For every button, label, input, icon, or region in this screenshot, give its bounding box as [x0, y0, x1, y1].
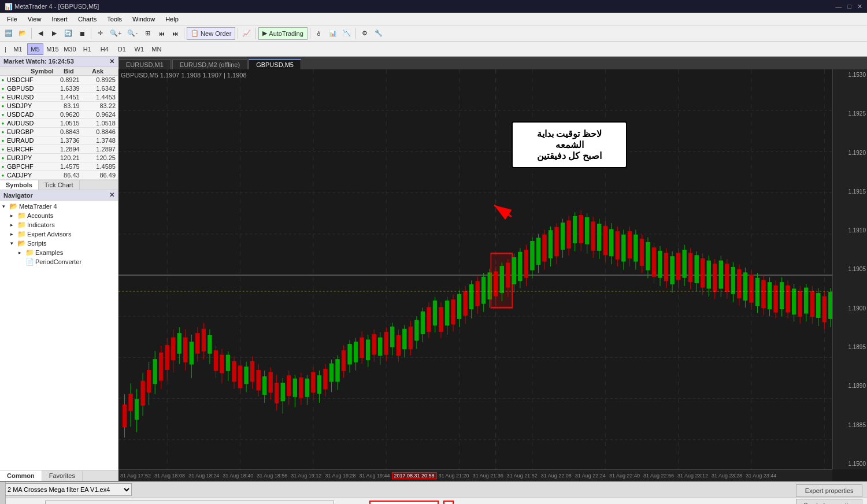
market-watch-row[interactable]: ● EURCHF 1.2894 1.2897 [0, 145, 118, 154]
symbol-dropdown[interactable]: GBPUSD, Great Britain Pound vs US Dollar [45, 501, 334, 504]
time-5: 31 Aug 18:56 [255, 473, 289, 479]
minimize-button[interactable]: — [835, 3, 842, 10]
svg-rect-246 [798, 291, 802, 316]
period-down-button[interactable]: ▼ [443, 501, 454, 504]
svg-rect-206 [676, 254, 680, 280]
menu-charts[interactable]: Charts [73, 14, 101, 24]
settings-btn2[interactable]: 🔧 [372, 27, 385, 40]
menu-file[interactable]: File [2, 14, 22, 24]
time-10: 31 Aug 21:20 [437, 473, 471, 479]
tf-m15[interactable]: M15 [45, 43, 61, 55]
chart-left-btn[interactable]: ⏮ [155, 27, 168, 40]
tf-w1[interactable]: W1 [131, 43, 147, 55]
indicator-btn[interactable]: 📈 [240, 27, 253, 40]
market-watch-row[interactable]: ● USDCAD 0.9620 0.9624 [0, 110, 118, 119]
strategy-tester-header: 2 MA Crosses Mega filter EA V1.ex4 Exper… [0, 482, 867, 498]
market-watch-table: Symbol Bid Ask ● USDCHF 0.8921 0.8925 ● … [0, 67, 118, 180]
svg-rect-166 [555, 228, 558, 256]
zoomin-btn[interactable]: 🔍+ [108, 27, 124, 40]
svg-rect-156 [524, 250, 528, 277]
svg-rect-180 [598, 224, 601, 250]
market-watch-row[interactable]: ● EURJPY 120.21 120.25 [0, 154, 118, 162]
market-watch-row[interactable]: ● GBPCHF 1.4575 1.4585 [0, 162, 118, 171]
svg-rect-172 [573, 217, 576, 243]
svg-rect-123 [427, 307, 431, 331]
expert-advisor-dropdown[interactable]: 2 MA Crosses Mega filter EA V1.ex4 [5, 483, 132, 496]
tree-item-accounts[interactable]: ▸ 📁 Accounts [0, 211, 118, 220]
chart-tab-eurusd-m1[interactable]: EURUSD,M1 [118, 60, 171, 69]
candlestick-btn[interactable]: 🕯 [313, 27, 325, 40]
tf-m5[interactable]: M5 [27, 43, 43, 55]
price-label-6: 1.1905 [834, 266, 866, 272]
expert-btn[interactable]: ⚙ [358, 27, 371, 40]
market-watch-close[interactable]: ✕ [109, 58, 114, 65]
mw-tab-tick[interactable]: Tick Chart [39, 180, 80, 190]
crosshair-btn[interactable]: ✛ [94, 27, 106, 40]
expert-properties-button[interactable]: Expert properties [796, 484, 862, 497]
svg-rect-250 [810, 291, 814, 316]
forward-btn[interactable]: ▶ [48, 27, 61, 40]
market-watch-row[interactable]: ● EURGBP 0.8843 0.8846 [0, 128, 118, 136]
tree-item-periodconverter[interactable]: 📄 PeriodConverter [0, 257, 118, 266]
market-watch-row[interactable]: ● CADJPY 86.43 86.49 [0, 171, 118, 180]
svg-rect-192 [634, 235, 638, 261]
back-btn[interactable]: ◀ [34, 27, 47, 40]
tree-item-examples[interactable]: ▸ 📁 Examples [0, 248, 118, 257]
period-dropdown[interactable]: M5 M1 M15 M30 H1 H4 D1 [369, 501, 439, 504]
tf-m1[interactable]: M1 [10, 43, 26, 55]
tf-m30[interactable]: M30 [62, 43, 78, 55]
chart-tab-eurusd-m2[interactable]: EURUSD,M2 (offline) [172, 60, 247, 69]
tf-mn[interactable]: MN [149, 43, 165, 55]
mw-tab-symbols[interactable]: Symbols [0, 180, 39, 190]
market-watch-row[interactable]: ● EURUSD 1.4451 1.4453 [0, 93, 118, 102]
svg-rect-182 [603, 227, 607, 255]
menu-view[interactable]: View [23, 14, 46, 24]
tree-label: PeriodConverter [35, 258, 81, 265]
refresh-btn[interactable]: 🔄 [62, 27, 75, 40]
menu-tools[interactable]: Tools [102, 14, 127, 24]
svg-rect-242 [786, 286, 790, 312]
tf-d1[interactable]: D1 [114, 43, 130, 55]
market-watch-tabs: Symbols Tick Chart [0, 180, 118, 190]
symbol-properties-button[interactable]: Symbol properties [796, 499, 862, 504]
tree-item-indicators[interactable]: ▸ 📁 Indicators [0, 220, 118, 229]
line-btn[interactable]: 📉 [340, 27, 353, 40]
autotrading-button[interactable]: ▶ AutoTrading [258, 27, 307, 40]
chart-tab-gbpusd-m5[interactable]: GBPUSD,M5 [249, 59, 301, 69]
tree-item-scripts[interactable]: ▾ 📂 Scripts [0, 239, 118, 248]
bar-btn[interactable]: 📊 [327, 27, 339, 40]
close-button[interactable]: ✕ [857, 3, 862, 10]
menu-help[interactable]: Help [161, 14, 183, 24]
maximize-button[interactable]: □ [847, 3, 851, 10]
market-watch-row[interactable]: ● GBPUSD 1.6339 1.6342 [0, 84, 118, 93]
svg-rect-254 [822, 297, 826, 321]
tf-h1[interactable]: H1 [79, 43, 95, 55]
new-btn[interactable]: 🆕 [2, 27, 15, 40]
tree-item-expert-advisors[interactable]: ▸ 📁 Expert Advisors [0, 229, 118, 239]
zoomout-btn[interactable]: 🔍- [125, 27, 140, 40]
open-btn[interactable]: 📂 [16, 27, 29, 40]
tf-h4[interactable]: H4 [97, 43, 113, 55]
stop-btn[interactable]: ⏹ [76, 27, 88, 40]
market-watch-row[interactable]: ● AUDUSD 1.0515 1.0518 [0, 119, 118, 128]
chart-right-btn[interactable]: ⏭ [169, 27, 181, 40]
market-watch-row[interactable]: ● EURAUD 1.3736 1.3748 [0, 136, 118, 145]
navigator-close[interactable]: ✕ [109, 191, 114, 199]
market-watch-row[interactable]: ● USDCHF 0.8921 0.8925 [0, 76, 118, 84]
menu-insert[interactable]: Insert [47, 14, 72, 24]
menu-window[interactable]: Window [128, 14, 160, 24]
market-watch-row[interactable]: ● USDJPY 83.19 83.22 [0, 102, 118, 110]
tree-item-metatrader-4[interactable]: ▾ 📂 MetaTrader 4 [0, 202, 118, 211]
svg-rect-220 [719, 261, 722, 288]
price-label-9: 1.1890 [834, 383, 866, 389]
chart-canvas[interactable]: GBPUSD,M5 1.1907 1.1908 1.1907 | 1.1908 [118, 69, 867, 481]
svg-rect-168 [561, 223, 564, 249]
new-order-button[interactable]: 📋 New Order [187, 27, 235, 40]
svg-rect-154 [518, 253, 522, 281]
svg-rect-87 [317, 376, 321, 393]
grid-btn[interactable]: ⊞ [141, 27, 154, 40]
new-order-icon: 📋 [191, 29, 199, 37]
autotrading-icon: ▶ [262, 29, 267, 37]
nav-tab-favorites[interactable]: Favorites [42, 470, 83, 481]
nav-tab-common[interactable]: Common [0, 470, 42, 481]
